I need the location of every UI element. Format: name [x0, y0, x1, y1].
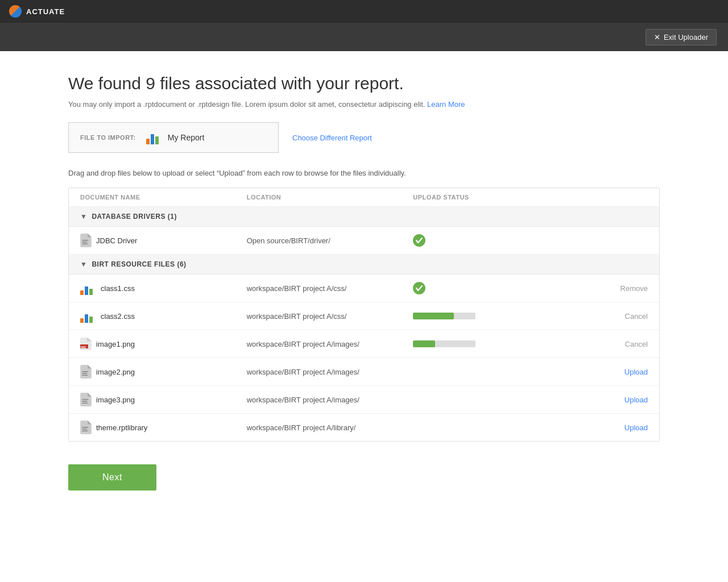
- doc-name-cell: theme.rptlibrary: [80, 421, 247, 434]
- doc-name: image1.png: [96, 340, 135, 348]
- progress-bar: [413, 340, 475, 347]
- topbar: ACTUATE: [0, 0, 728, 23]
- progress-bar-fill: [413, 313, 454, 319]
- status-cell: [413, 282, 580, 294]
- doc-name-cell: class2.css: [80, 309, 247, 323]
- action-cell[interactable]: Upload: [580, 423, 648, 432]
- location-cell: workspace/BIRT project A/css/: [247, 284, 413, 293]
- upload-button[interactable]: Upload: [624, 423, 648, 432]
- action-cell[interactable]: Upload: [580, 368, 648, 376]
- location-cell: workspace/BIRT project A/images/: [247, 340, 413, 348]
- file-import-label: FILE TO IMPORT:: [80, 134, 136, 141]
- complete-check-icon: [413, 234, 425, 247]
- location-cell: workspace/BIRT project A/images/: [247, 396, 413, 404]
- drag-instruction: Drag and drop files below to upload or s…: [68, 169, 660, 177]
- table-row: IMG image1.png workspace/BIRT project A/…: [69, 330, 659, 358]
- doc-name-cell: IMG image1.png: [80, 337, 247, 351]
- doc-name: class2.css: [101, 312, 135, 321]
- table-row: JDBC Driver Open source/BIRT/driver/: [69, 227, 659, 255]
- doc-name-cell: image2.png: [80, 365, 247, 379]
- generic-doc-icon: [80, 365, 92, 379]
- file-import-name: My Report: [168, 133, 205, 142]
- svg-rect-1: [82, 242, 87, 243]
- doc-name-cell: image3.png: [80, 393, 247, 406]
- doc-name: image3.png: [96, 396, 135, 404]
- doc-name: JDBC Driver: [96, 236, 137, 245]
- next-button[interactable]: Next: [68, 464, 156, 490]
- group-database-drivers[interactable]: ▼ DATABASE DRIVERS (1): [69, 207, 659, 227]
- location-cell: workspace/BIRT project A/css/: [247, 312, 413, 321]
- table-row: class2.css workspace/BIRT project A/css/…: [69, 302, 659, 330]
- report-file-icon: [146, 131, 162, 144]
- complete-check-icon: [413, 282, 425, 294]
- birt-file-icon: [80, 309, 96, 323]
- logo-icon: [9, 5, 22, 18]
- group-name-birt-resource-files: BIRT RESOURCE FILES (6): [92, 260, 186, 268]
- svg-rect-8: [82, 373, 87, 374]
- table-row: theme.rptlibrary workspace/BIRT project …: [69, 414, 659, 441]
- upload-button[interactable]: Upload: [624, 396, 648, 404]
- location-cell: workspace/BIRT project A/images/: [247, 368, 413, 376]
- file-import-container: FILE TO IMPORT: My Report Choose Differe…: [68, 122, 660, 153]
- svg-text:IMG: IMG: [81, 346, 86, 349]
- learn-more-link[interactable]: Learn More: [427, 100, 465, 109]
- table-row: class1.css workspace/BIRT project A/css/…: [69, 275, 659, 302]
- svg-point-4: [413, 282, 425, 294]
- svg-rect-2: [82, 243, 88, 244]
- doc-name-cell: class1.css: [80, 281, 247, 295]
- table-row: image2.png workspace/BIRT project A/imag…: [69, 358, 659, 386]
- svg-rect-0: [82, 240, 88, 241]
- svg-rect-9: [82, 375, 88, 376]
- svg-point-3: [413, 234, 425, 247]
- main-content: We found 9 files associated with your re…: [0, 51, 728, 513]
- table-header: DOCUMENT NAME LOCATION UPLOAD STATUS: [69, 188, 659, 207]
- subtitle-text: You may only import a .rptdocument or .r…: [68, 100, 660, 109]
- location-cell: Open source/BIRT/driver/: [247, 236, 413, 245]
- group-birt-resource-files[interactable]: ▼ BIRT RESOURCE FILES (6): [69, 255, 659, 275]
- location-cell: workspace/BIRT project A/library/: [247, 423, 413, 432]
- svg-rect-15: [82, 430, 88, 431]
- file-import-box: FILE TO IMPORT: My Report: [68, 122, 279, 153]
- action-cell[interactable]: Cancel: [580, 340, 648, 348]
- chevron-down-icon: ▼: [80, 260, 87, 268]
- status-cell: [413, 234, 580, 247]
- choose-different-report-link[interactable]: Choose Different Report: [292, 134, 372, 142]
- birt-file-icon: [80, 281, 96, 295]
- logo-text: ACTUATE: [26, 7, 65, 16]
- progress-bar-fill: [413, 340, 435, 347]
- action-cell[interactable]: Upload: [580, 396, 648, 404]
- upload-button[interactable]: Upload: [624, 368, 648, 376]
- status-cell: [413, 313, 580, 319]
- status-cell: [413, 340, 580, 347]
- doc-name: class1.css: [101, 284, 135, 293]
- page-title: We found 9 files associated with your re…: [68, 74, 660, 93]
- generic-doc-icon: [80, 234, 92, 247]
- svg-rect-7: [82, 371, 88, 372]
- x-icon: ✕: [654, 33, 660, 41]
- subtitle-description: You may only import a .rptdocument or .r…: [68, 100, 425, 109]
- cancel-button[interactable]: Cancel: [625, 312, 648, 321]
- svg-rect-10: [82, 399, 88, 400]
- table-row: image3.png workspace/BIRT project A/imag…: [69, 386, 659, 414]
- image-file-icon: IMG: [80, 337, 92, 351]
- col-header-location: LOCATION: [247, 194, 413, 201]
- exit-uploader-button[interactable]: ✕ Exit Uploader: [646, 29, 717, 45]
- files-table: DOCUMENT NAME LOCATION UPLOAD STATUS ▼ D…: [68, 188, 660, 442]
- action-cell[interactable]: Remove: [580, 284, 648, 293]
- cancel-button[interactable]: Cancel: [625, 340, 648, 348]
- svg-rect-11: [82, 401, 87, 402]
- col-header-document-name: DOCUMENT NAME: [80, 194, 247, 201]
- svg-rect-12: [82, 402, 88, 404]
- remove-button[interactable]: Remove: [621, 284, 648, 293]
- subbar: ✕ Exit Uploader: [0, 23, 728, 51]
- svg-rect-13: [82, 427, 88, 428]
- logo: ACTUATE: [9, 5, 65, 18]
- progress-bar: [413, 313, 475, 319]
- doc-name: theme.rptlibrary: [96, 423, 147, 432]
- doc-name: image2.png: [96, 368, 135, 376]
- chevron-down-icon: ▼: [80, 213, 87, 221]
- col-header-action: [580, 194, 648, 201]
- group-name-database-drivers: DATABASE DRIVERS (1): [92, 213, 177, 221]
- action-cell[interactable]: Cancel: [580, 312, 648, 321]
- exit-button-label: Exit Uploader: [664, 33, 708, 41]
